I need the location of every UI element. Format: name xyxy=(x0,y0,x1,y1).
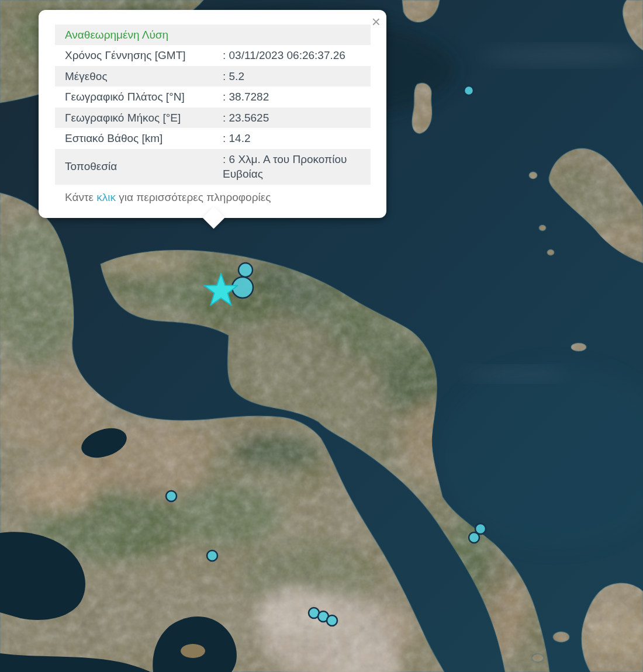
popup-content: Αναθεωρημένη Λύση Χρόνος Γέννησης [GMT] … xyxy=(39,10,386,218)
earthquake-details-table: Αναθεωρημένη Λύση Χρόνος Γέννησης [GMT] … xyxy=(55,25,371,185)
earthquake-marker[interactable] xyxy=(166,491,177,501)
table-row: Εστιακό Βάθος [km] : 14.2 xyxy=(55,128,371,148)
row-value: : 23.5625 xyxy=(213,108,371,128)
table-row: Μέγεθος : 5.2 xyxy=(55,66,371,86)
footer-text-suffix: για περισσότερες πληροφορίες xyxy=(116,191,271,203)
row-value: : 38.7282 xyxy=(213,86,371,107)
popup-footer: Κάντε κλικ για περισσότερες πληροφορίες xyxy=(65,191,371,204)
table-row: Γεωγραφικό Πλάτος [°N] : 38.7282 xyxy=(55,86,371,107)
table-row: Γεωγραφικό Μήκος [°E] : 23.5625 xyxy=(55,108,371,128)
popup-title: Αναθεωρημένη Λύση xyxy=(55,25,371,45)
row-label: Γεωγραφικό Πλάτος [°N] xyxy=(55,86,213,107)
earthquake-map-app: × Αναθεωρημένη Λύση Χρόνος Γέννησης [GMT… xyxy=(0,0,643,672)
table-row: Χρόνος Γέννησης [GMT] : 03/11/2023 06:26… xyxy=(55,45,371,65)
row-label: Μέγεθος xyxy=(55,66,213,86)
earthquake-marker[interactable] xyxy=(327,615,337,626)
more-info-link[interactable]: κλικ xyxy=(96,191,116,203)
row-value: : 6 Χλμ. Α του Προκοπίου Ευβοίας xyxy=(213,149,371,185)
close-icon[interactable]: × xyxy=(372,14,381,29)
row-label: Χρόνος Γέννησης [GMT] xyxy=(55,45,213,65)
popup-title-row: Αναθεωρημένη Λύση xyxy=(55,25,371,45)
row-label: Εστιακό Βάθος [km] xyxy=(55,128,213,148)
row-label: Γεωγραφικό Μήκος [°E] xyxy=(55,108,213,128)
footer-text-prefix: Κάντε xyxy=(65,191,96,203)
earthquake-marker[interactable] xyxy=(207,550,217,561)
row-value: : 14.2 xyxy=(213,128,371,148)
earthquake-marker[interactable] xyxy=(464,86,473,95)
row-value: : 5.2 xyxy=(213,66,371,86)
table-row: Τοποθεσία : 6 Χλμ. Α του Προκοπίου Ευβοί… xyxy=(55,149,371,185)
row-label: Τοποθεσία xyxy=(55,149,213,185)
earthquake-marker[interactable] xyxy=(469,532,479,543)
earthquake-info-popup: × Αναθεωρημένη Λύση Χρόνος Γέννησης [GMT… xyxy=(39,10,386,218)
row-value: : 03/11/2023 06:26:37.26 xyxy=(213,45,371,65)
earthquake-marker[interactable] xyxy=(238,263,253,277)
